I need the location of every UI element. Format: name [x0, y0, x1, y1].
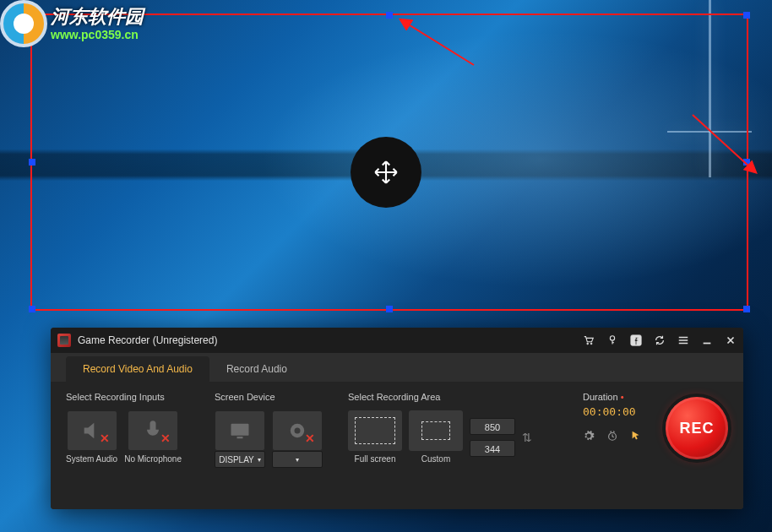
device-group-label: Screen Device [215, 392, 341, 404]
settings-icon[interactable] [583, 430, 595, 442]
schedule-icon[interactable] [606, 430, 618, 442]
full-screen-button[interactable] [348, 410, 402, 451]
record-button-label: REC [679, 420, 714, 437]
record-button[interactable]: REC [666, 397, 728, 459]
webcam-dropdown[interactable] [272, 451, 323, 468]
duration-value: 00:00:00 [583, 405, 636, 418]
tab-record-video-audio[interactable]: Record Video And Audio [66, 356, 209, 382]
watermark-text-url: www.pc0359.cn [51, 28, 144, 41]
inputs-group-label: Select Recording Inputs [66, 392, 208, 404]
menu-icon[interactable] [677, 334, 689, 346]
watermark-text-cn: 河东软件园 [51, 6, 144, 27]
watermark: 河东软件园 www.pc0359.cn [0, 0, 144, 47]
tab-record-audio[interactable]: Record Audio [209, 356, 304, 382]
system-audio-label: System Audio [66, 454, 117, 464]
panel: Select Recording Inputs ✕ System Audio ✕… [51, 382, 743, 509]
area-group-label: Select Recording Area [348, 392, 568, 404]
area-height-input[interactable]: 344 [470, 440, 515, 457]
disabled-x-icon: ✕ [305, 432, 315, 445]
microphone-toggle[interactable]: ✕ [128, 410, 178, 451]
disabled-x-icon: ✕ [160, 432, 171, 445]
resize-handle-bottom-mid[interactable] [386, 306, 393, 312]
display-device-button[interactable] [215, 410, 265, 451]
area-width-input[interactable]: 850 [470, 418, 515, 435]
refresh-icon[interactable] [654, 334, 666, 346]
close-button[interactable] [725, 334, 737, 346]
duration-label: Duration [583, 392, 624, 402]
annotation-arrow-top [402, 19, 478, 73]
key-icon[interactable] [606, 334, 618, 346]
disabled-x-icon: ✕ [100, 432, 110, 445]
watermark-logo [0, 0, 47, 47]
link-dimensions-icon[interactable]: ⇅ [522, 431, 532, 444]
webcam-device-button[interactable]: ✕ [272, 410, 323, 451]
tabs: Record Video And Audio Record Audio [51, 353, 743, 382]
recorder-window: Game Recorder (Unregistered) Record Vide… [51, 328, 743, 509]
system-audio-toggle[interactable]: ✕ [67, 410, 117, 451]
annotation-arrow-right [684, 110, 760, 181]
custom-area-label: Custom [421, 454, 450, 464]
svg-rect-6 [231, 424, 249, 436]
microphone-label: No Microphone [124, 454, 182, 464]
custom-area-button[interactable] [409, 410, 463, 451]
resize-handle-bottom-left[interactable] [29, 306, 35, 312]
svg-point-9 [295, 428, 301, 434]
cursor-icon[interactable] [630, 430, 642, 442]
cart-icon[interactable] [583, 334, 595, 346]
svg-point-3 [590, 343, 592, 345]
window-title: Game Recorder (Unregistered) [78, 334, 217, 346]
svg-line-0 [407, 24, 474, 65]
resize-handle-top-right[interactable] [743, 12, 750, 19]
resize-handle-bottom-right[interactable] [743, 306, 750, 312]
svg-rect-7 [237, 437, 243, 438]
resize-handle-mid-left[interactable] [29, 159, 35, 166]
svg-line-1 [693, 115, 750, 167]
move-handle[interactable] [351, 137, 421, 208]
svg-point-2 [587, 343, 589, 345]
display-dropdown[interactable]: DISPLAY [215, 451, 265, 468]
svg-point-4 [610, 336, 614, 340]
app-icon [57, 334, 71, 347]
facebook-icon[interactable] [630, 334, 642, 346]
minimize-button[interactable] [701, 334, 713, 346]
resize-handle-top-mid[interactable] [386, 12, 393, 19]
titlebar[interactable]: Game Recorder (Unregistered) [51, 328, 743, 353]
full-screen-label: Full screen [355, 454, 396, 464]
